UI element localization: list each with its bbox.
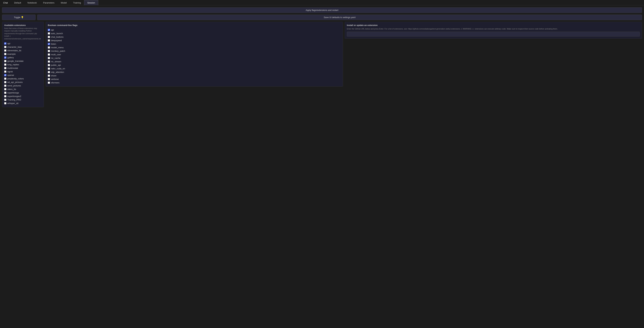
flag-api: api xyxy=(48,28,341,32)
ext-character-bias-checkbox[interactable] xyxy=(4,46,6,48)
ext-elevenlabs-tts-checkbox[interactable] xyxy=(4,49,6,52)
ext-long-replies: long_replies xyxy=(4,63,42,66)
ext-api-label[interactable]: api xyxy=(8,42,10,45)
flag-api-checkbox[interactable] xyxy=(48,29,50,31)
ext-perplexity-colors-label[interactable]: perplexity_colors xyxy=(8,77,24,80)
flag-chat-buttons-checkbox[interactable] xyxy=(48,36,50,38)
flag-deepspeed-label[interactable]: deepspeed xyxy=(51,39,62,42)
ext-training-pro-label[interactable]: Training_PRO xyxy=(8,98,21,101)
flag-sdp-attention-checkbox[interactable] xyxy=(48,71,50,73)
flag-rwkv-cuda-on-label[interactable]: rwkv_cuda_on xyxy=(51,67,65,70)
ext-openai-label[interactable]: openai xyxy=(8,74,14,76)
ext-ngrok: ngrok xyxy=(4,70,42,73)
toggle-button[interactable]: Toggle 💡 xyxy=(2,14,36,20)
flag-auto-launch-label[interactable]: auto_launch xyxy=(51,32,63,35)
ext-training-pro-checkbox[interactable] xyxy=(4,99,6,101)
flag-public-api-checkbox[interactable] xyxy=(48,64,50,66)
flag-share: share xyxy=(48,74,341,77)
ext-gallery-checkbox[interactable] xyxy=(4,56,6,59)
flag-multi-user-checkbox[interactable] xyxy=(48,53,50,56)
flag-verbose-checkbox[interactable] xyxy=(48,78,50,80)
ext-elevenlabs-tts-label[interactable]: elevenlabs_tts xyxy=(8,49,21,52)
flag-multi-user-label[interactable]: multi_user xyxy=(51,53,61,56)
ext-multimodal-label[interactable]: multimodal xyxy=(8,67,18,69)
tab-parameters[interactable]: Parameters xyxy=(40,0,58,5)
tab-chat[interactable]: Chat xyxy=(0,0,11,5)
flag-chat-buttons: chat_buttons xyxy=(48,35,341,39)
flag-deepspeed-checkbox[interactable] xyxy=(48,39,50,41)
ext-gallery-label[interactable]: gallery xyxy=(8,56,14,59)
flag-xformers-label[interactable]: xformers xyxy=(51,81,60,84)
ext-api-checkbox[interactable] xyxy=(4,42,6,44)
flag-deepspeed: deepspeed xyxy=(48,39,341,42)
ext-superboogav2-checkbox[interactable] xyxy=(4,95,6,97)
ext-whisper-stt-label[interactable]: whisper_stt xyxy=(8,102,18,104)
tab-default[interactable]: Default xyxy=(11,0,24,5)
panels-row: Available extensions Note that some of t… xyxy=(2,22,642,107)
ext-long-replies-label[interactable]: long_replies xyxy=(8,63,19,66)
ext-perplexity-colors-checkbox[interactable] xyxy=(4,77,6,80)
flag-verbose-label[interactable]: verbose xyxy=(51,78,59,80)
ext-google-translate-label[interactable]: google_translate xyxy=(8,60,24,62)
flag-chat-buttons-label[interactable]: chat_buttons xyxy=(51,36,64,38)
tab-training[interactable]: Training xyxy=(70,0,84,5)
ext-whisper-stt-checkbox[interactable] xyxy=(4,102,6,104)
ext-send-pictures-label[interactable]: send_pictures xyxy=(8,84,21,87)
install-extension-description: Enter the GitHub URL below and press Ent… xyxy=(347,27,640,30)
extensions-panel-title: Available extensions xyxy=(4,24,42,26)
flag-share-label[interactable]: share xyxy=(51,74,56,77)
flag-monkey-patch-label[interactable]: monkey_patch xyxy=(51,50,65,52)
tab-model[interactable]: Model xyxy=(58,0,70,5)
flag-listen-checkbox[interactable] xyxy=(48,43,50,45)
ext-google-translate-checkbox[interactable] xyxy=(4,60,6,62)
ext-ngrok-checkbox[interactable] xyxy=(4,70,6,73)
ext-superbooga-label[interactable]: superbooga xyxy=(8,91,19,94)
flag-api-label[interactable]: api xyxy=(51,29,54,31)
flag-rwkv-cuda-on-checkbox[interactable] xyxy=(48,67,50,70)
flag-share-checkbox[interactable] xyxy=(48,74,50,77)
ext-example-checkbox[interactable] xyxy=(4,53,6,55)
flag-public-api-label[interactable]: public_api xyxy=(51,64,61,66)
flag-auto-launch-checkbox[interactable] xyxy=(48,32,50,34)
flag-model-menu-checkbox[interactable] xyxy=(48,46,50,48)
ext-ngrok-label[interactable]: ngrok xyxy=(8,70,13,73)
install-extension-title: Install or update an extension xyxy=(347,24,640,26)
ext-sd-api-pictures-checkbox[interactable] xyxy=(4,81,6,83)
ext-send-pictures-checkbox[interactable] xyxy=(4,85,6,87)
apply-restart-button[interactable]: Apply flags/extensions and restart xyxy=(2,7,642,13)
ext-long-replies-checkbox[interactable] xyxy=(4,63,6,66)
flag-sdp-attention: sdp_attention xyxy=(48,70,341,74)
ext-character-bias: character_bias xyxy=(4,45,42,49)
flag-no-cache-label[interactable]: no_cache xyxy=(51,57,60,59)
second-row: Toggle 💡 Save UI defaults to settings.ya… xyxy=(2,14,642,20)
ext-superbooga-checkbox[interactable] xyxy=(4,92,6,94)
boolean-flags-panel: Boolean command-line flags api auto_laun… xyxy=(46,22,343,87)
flag-no-stream-checkbox[interactable] xyxy=(48,60,50,63)
flag-sdp-attention-label[interactable]: sdp_attention xyxy=(51,71,64,73)
ext-superboogav2-label[interactable]: superboogav2 xyxy=(8,95,21,97)
ext-api: api xyxy=(4,42,42,45)
ext-silero-tts-checkbox[interactable] xyxy=(4,88,6,90)
flag-xformers: xformers xyxy=(48,81,341,84)
ext-sd-api-pictures-label[interactable]: sd_api_pictures xyxy=(8,81,23,83)
ext-silero-tts-label[interactable]: silero_tts xyxy=(8,88,16,90)
flag-no-cache-checkbox[interactable] xyxy=(48,57,50,59)
flag-no-stream: no_stream xyxy=(48,60,341,63)
flag-model-menu-label[interactable]: model_menu xyxy=(51,46,64,49)
ext-multimodal-checkbox[interactable] xyxy=(4,67,6,69)
install-extension-panel: Install or update an extension Enter the… xyxy=(345,22,642,39)
ext-character-bias-label[interactable]: character_bias xyxy=(8,46,22,48)
save-ui-defaults-button[interactable]: Save UI defaults to settings.yaml xyxy=(37,14,642,20)
tab-session[interactable]: Session xyxy=(84,0,98,5)
ext-openai-checkbox[interactable] xyxy=(4,74,6,76)
ext-superboogav2: superboogav2 xyxy=(4,94,42,98)
install-extension-input[interactable] xyxy=(347,32,640,36)
flag-listen-label[interactable]: listen xyxy=(51,43,56,45)
flag-monkey-patch-checkbox[interactable] xyxy=(48,50,50,52)
ext-example-label[interactable]: example xyxy=(8,53,16,55)
flag-auto-launch: auto_launch xyxy=(48,32,341,35)
flag-xformers-checkbox[interactable] xyxy=(48,82,50,84)
flag-no-stream-label[interactable]: no_stream xyxy=(51,60,61,63)
ext-silero-tts: silero_tts xyxy=(4,87,42,91)
tab-notebook[interactable]: Notebook xyxy=(24,0,40,5)
